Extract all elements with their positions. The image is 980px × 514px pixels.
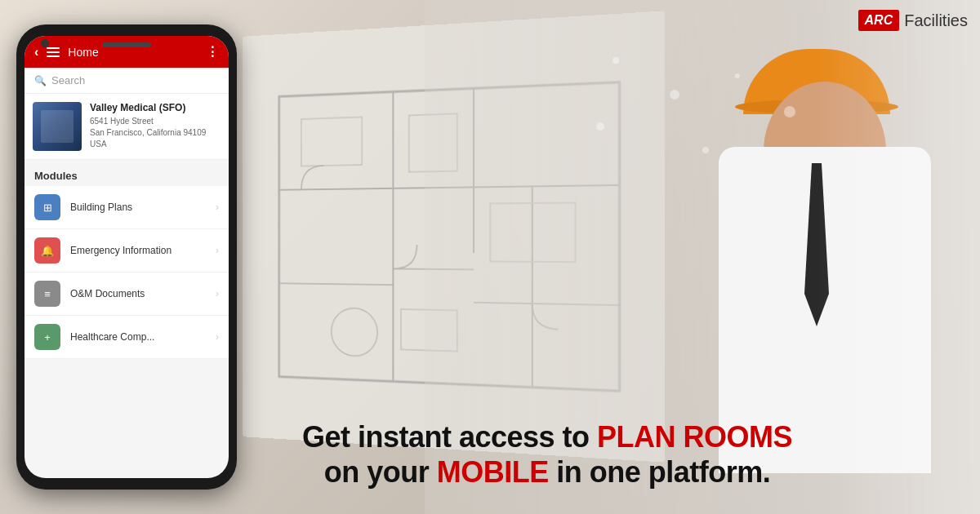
modules-section: Modules: [24, 160, 229, 186]
search-icon: 🔍: [34, 75, 47, 86]
building-plans-icon: ⊞: [34, 194, 60, 220]
phone-speaker: [102, 42, 151, 47]
tagline-prefix-1: Get instant access to: [302, 420, 597, 454]
healthcare-icon: +: [34, 324, 60, 350]
tagline-suffix-2: in one platform.: [549, 455, 771, 489]
app-header: ‹ Home ⋮: [24, 36, 229, 68]
chevron-right-icon: ›: [216, 202, 219, 213]
svg-rect-9: [301, 117, 362, 166]
location-name: Valley Medical (SFO): [90, 102, 220, 113]
module-item-healthcare[interactable]: + Healthcare Comp... ›: [24, 316, 229, 359]
svg-point-12: [332, 308, 377, 357]
tagline-highlight-2: MOBILE: [437, 455, 549, 489]
light-dots: [572, 41, 817, 204]
tagline-line-2: on your MOBILE in one platform.: [131, 454, 964, 490]
search-placeholder: Search: [51, 74, 85, 86]
module-item-om[interactable]: ≡ O&M Documents ›: [24, 273, 229, 316]
emergency-icon: 🔔: [34, 237, 60, 264]
module-item-emergency[interactable]: 🔔 Emergency Information ›: [24, 229, 229, 273]
tagline-line-1: Get instant access to PLAN ROOMS: [131, 419, 964, 454]
om-icon: ≡: [34, 281, 60, 307]
tagline-prefix-2: on your: [324, 455, 437, 489]
location-card[interactable]: Valley Medical (SFO) 6541 Hyde Street Sa…: [24, 94, 229, 160]
back-arrow-icon[interactable]: ‹: [34, 45, 38, 60]
module-label-emergency: Emergency Information: [70, 245, 206, 256]
chevron-right-icon-4: ›: [216, 331, 219, 343]
hamburger-icon[interactable]: [47, 47, 60, 57]
arc-badge: ARC: [858, 10, 900, 31]
location-image: [33, 102, 82, 151]
tagline-highlight-1: PLAN ROOMS: [597, 420, 792, 454]
phone-camera: [41, 39, 49, 47]
module-label-healthcare: Healthcare Comp...: [70, 331, 206, 343]
svg-line-5: [279, 283, 394, 285]
location-info: Valley Medical (SFO) 6541 Hyde Street Sa…: [90, 102, 220, 151]
location-address: 6541 Hyde Street San Francisco, Californ…: [90, 116, 220, 150]
chevron-right-icon-3: ›: [216, 288, 219, 299]
phone-screen: ‹ Home ⋮ 🔍 Search Valley Medical (SFO) 6…: [24, 36, 229, 478]
arc-logo: ARC Facilities: [858, 10, 968, 31]
module-label-om: O&M Documents: [70, 288, 206, 299]
facilities-label: Facilities: [904, 11, 968, 30]
chevron-right-icon-2: ›: [216, 245, 219, 256]
search-bar[interactable]: 🔍 Search: [24, 68, 229, 94]
more-options-icon[interactable]: ⋮: [206, 44, 219, 60]
module-item-building-plans[interactable]: ⊞ Building Plans ›: [24, 186, 229, 229]
modules-title: Modules: [34, 170, 78, 182]
module-label: Building Plans: [70, 202, 206, 213]
tagline: Get instant access to PLAN ROOMS on your…: [131, 419, 964, 490]
